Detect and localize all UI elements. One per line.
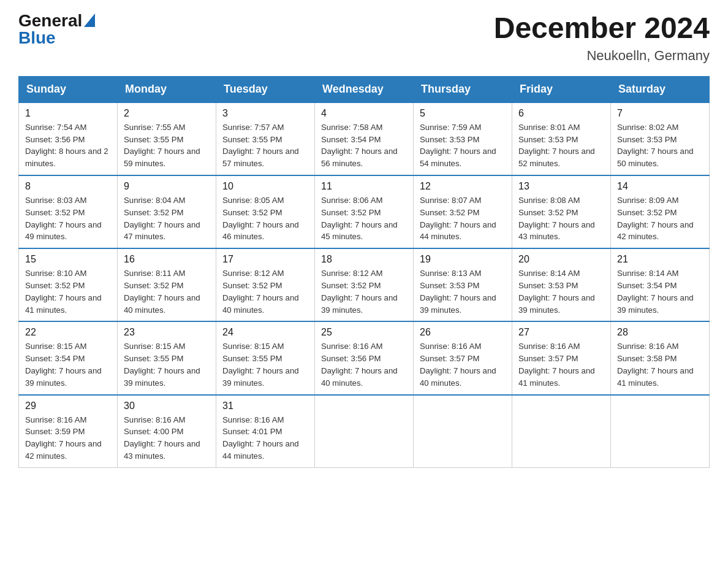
day-info: Sunrise: 8:16 AMSunset: 4:01 PMDaylight:… xyxy=(222,415,299,461)
day-info: Sunrise: 8:16 AMSunset: 3:59 PMDaylight:… xyxy=(25,415,102,461)
calendar-day-cell: 28 Sunrise: 8:16 AMSunset: 3:58 PMDaylig… xyxy=(611,321,710,394)
day-info: Sunrise: 7:54 AMSunset: 3:56 PMDaylight:… xyxy=(25,123,108,168)
day-number: 23 xyxy=(124,327,210,338)
day-info: Sunrise: 8:13 AMSunset: 3:53 PMDaylight:… xyxy=(420,269,496,314)
day-number: 4 xyxy=(321,108,407,119)
day-info: Sunrise: 8:06 AMSunset: 3:52 PMDaylight:… xyxy=(321,196,398,241)
calendar-week-row: 29 Sunrise: 8:16 AMSunset: 3:59 PMDaylig… xyxy=(19,395,710,468)
day-number: 24 xyxy=(222,327,308,338)
day-info: Sunrise: 8:15 AMSunset: 3:54 PMDaylight:… xyxy=(25,342,102,387)
weekday-header-row: SundayMondayTuesdayWednesdayThursdayFrid… xyxy=(19,76,710,102)
day-info: Sunrise: 8:14 AMSunset: 3:54 PMDaylight:… xyxy=(617,269,694,314)
calendar-day-cell: 10 Sunrise: 8:05 AMSunset: 3:52 PMDaylig… xyxy=(216,175,315,248)
calendar-body: 1 Sunrise: 7:54 AMSunset: 3:56 PMDayligh… xyxy=(19,102,710,467)
calendar-day-cell: 2 Sunrise: 7:55 AMSunset: 3:55 PMDayligh… xyxy=(118,102,216,175)
calendar-day-cell: 19 Sunrise: 8:13 AMSunset: 3:53 PMDaylig… xyxy=(414,248,512,321)
calendar-day-cell: 15 Sunrise: 8:10 AMSunset: 3:52 PMDaylig… xyxy=(19,248,118,321)
day-info: Sunrise: 8:16 AMSunset: 3:56 PMDaylight:… xyxy=(321,342,398,387)
day-number: 17 xyxy=(222,254,308,265)
day-number: 3 xyxy=(222,108,308,119)
calendar-day-cell: 27 Sunrise: 8:16 AMSunset: 3:57 PMDaylig… xyxy=(512,321,611,394)
logo-triangle-icon xyxy=(84,13,95,29)
day-info: Sunrise: 8:11 AMSunset: 3:52 PMDaylight:… xyxy=(124,269,200,314)
calendar-week-row: 22 Sunrise: 8:15 AMSunset: 3:54 PMDaylig… xyxy=(19,321,710,394)
day-info: Sunrise: 8:16 AMSunset: 3:58 PMDaylight:… xyxy=(617,342,694,387)
calendar-day-cell: 16 Sunrise: 8:11 AMSunset: 3:52 PMDaylig… xyxy=(118,248,216,321)
weekday-header-cell: Sunday xyxy=(19,76,118,102)
day-number: 7 xyxy=(617,108,703,119)
calendar-day-cell: 18 Sunrise: 8:12 AMSunset: 3:52 PMDaylig… xyxy=(315,248,414,321)
day-info: Sunrise: 8:02 AMSunset: 3:53 PMDaylight:… xyxy=(617,123,694,168)
calendar-day-cell: 6 Sunrise: 8:01 AMSunset: 3:53 PMDayligh… xyxy=(512,102,611,175)
calendar-day-cell: 9 Sunrise: 8:04 AMSunset: 3:52 PMDayligh… xyxy=(118,175,216,248)
day-info: Sunrise: 8:10 AMSunset: 3:52 PMDaylight:… xyxy=(25,269,102,314)
calendar-day-cell: 3 Sunrise: 7:57 AMSunset: 3:55 PMDayligh… xyxy=(216,102,315,175)
calendar-day-cell: 11 Sunrise: 8:06 AMSunset: 3:52 PMDaylig… xyxy=(315,175,414,248)
day-info: Sunrise: 8:01 AMSunset: 3:53 PMDaylight:… xyxy=(518,123,595,168)
calendar-day-cell: 29 Sunrise: 8:16 AMSunset: 3:59 PMDaylig… xyxy=(19,395,118,468)
day-number: 13 xyxy=(518,181,604,192)
day-info: Sunrise: 8:07 AMSunset: 3:52 PMDaylight:… xyxy=(420,196,496,241)
day-info: Sunrise: 7:59 AMSunset: 3:53 PMDaylight:… xyxy=(420,123,496,168)
day-number: 21 xyxy=(617,254,703,265)
svg-marker-0 xyxy=(84,13,95,27)
month-title: December 2024 xyxy=(494,12,710,45)
calendar-day-cell: 30 Sunrise: 8:16 AMSunset: 4:00 PMDaylig… xyxy=(118,395,216,468)
day-number: 10 xyxy=(222,181,308,192)
day-number: 6 xyxy=(518,108,604,119)
day-number: 5 xyxy=(420,108,506,119)
day-number: 29 xyxy=(25,400,111,412)
day-info: Sunrise: 8:15 AMSunset: 3:55 PMDaylight:… xyxy=(222,342,299,387)
title-section: December 2024 Neukoelln, Germany xyxy=(494,12,710,64)
day-number: 9 xyxy=(124,181,210,192)
day-number: 16 xyxy=(124,254,210,265)
day-number: 12 xyxy=(420,181,506,192)
location: Neukoelln, Germany xyxy=(494,48,710,64)
calendar-day-cell xyxy=(512,395,611,468)
calendar-day-cell: 1 Sunrise: 7:54 AMSunset: 3:56 PMDayligh… xyxy=(19,102,118,175)
logo: General Blue xyxy=(18,12,95,47)
calendar-day-cell: 23 Sunrise: 8:15 AMSunset: 3:55 PMDaylig… xyxy=(118,321,216,394)
day-info: Sunrise: 7:58 AMSunset: 3:54 PMDaylight:… xyxy=(321,123,398,168)
day-number: 20 xyxy=(518,254,604,265)
calendar-day-cell: 13 Sunrise: 8:08 AMSunset: 3:52 PMDaylig… xyxy=(512,175,611,248)
day-info: Sunrise: 8:08 AMSunset: 3:52 PMDaylight:… xyxy=(518,196,595,241)
calendar-table: SundayMondayTuesdayWednesdayThursdayFrid… xyxy=(18,76,710,468)
calendar-day-cell: 8 Sunrise: 8:03 AMSunset: 3:52 PMDayligh… xyxy=(19,175,118,248)
calendar-day-cell: 22 Sunrise: 8:15 AMSunset: 3:54 PMDaylig… xyxy=(19,321,118,394)
day-number: 27 xyxy=(518,327,604,338)
weekday-header-cell: Tuesday xyxy=(216,76,315,102)
weekday-header-cell: Friday xyxy=(512,76,611,102)
day-info: Sunrise: 8:09 AMSunset: 3:52 PMDaylight:… xyxy=(617,196,694,241)
calendar-day-cell: 31 Sunrise: 8:16 AMSunset: 4:01 PMDaylig… xyxy=(216,395,315,468)
day-info: Sunrise: 8:16 AMSunset: 4:00 PMDaylight:… xyxy=(124,415,200,461)
calendar-day-cell: 7 Sunrise: 8:02 AMSunset: 3:53 PMDayligh… xyxy=(611,102,710,175)
day-info: Sunrise: 8:03 AMSunset: 3:52 PMDaylight:… xyxy=(25,196,102,241)
calendar-week-row: 1 Sunrise: 7:54 AMSunset: 3:56 PMDayligh… xyxy=(19,102,710,175)
day-info: Sunrise: 8:15 AMSunset: 3:55 PMDaylight:… xyxy=(124,342,200,387)
day-number: 8 xyxy=(25,181,111,192)
day-number: 22 xyxy=(25,327,111,338)
calendar-day-cell: 26 Sunrise: 8:16 AMSunset: 3:57 PMDaylig… xyxy=(414,321,512,394)
calendar-day-cell: 17 Sunrise: 8:12 AMSunset: 3:52 PMDaylig… xyxy=(216,248,315,321)
day-number: 26 xyxy=(420,327,506,338)
calendar-day-cell xyxy=(414,395,512,468)
day-number: 31 xyxy=(222,400,308,412)
day-number: 19 xyxy=(420,254,506,265)
day-info: Sunrise: 8:16 AMSunset: 3:57 PMDaylight:… xyxy=(518,342,595,387)
logo-blue-text: Blue xyxy=(18,29,56,47)
day-info: Sunrise: 8:04 AMSunset: 3:52 PMDaylight:… xyxy=(124,196,200,241)
calendar-day-cell xyxy=(611,395,710,468)
calendar-day-cell: 25 Sunrise: 8:16 AMSunset: 3:56 PMDaylig… xyxy=(315,321,414,394)
calendar-week-row: 15 Sunrise: 8:10 AMSunset: 3:52 PMDaylig… xyxy=(19,248,710,321)
calendar-day-cell: 12 Sunrise: 8:07 AMSunset: 3:52 PMDaylig… xyxy=(414,175,512,248)
day-info: Sunrise: 8:12 AMSunset: 3:52 PMDaylight:… xyxy=(222,269,299,314)
weekday-header-cell: Monday xyxy=(118,76,216,102)
calendar-day-cell: 5 Sunrise: 7:59 AMSunset: 3:53 PMDayligh… xyxy=(414,102,512,175)
weekday-header-cell: Thursday xyxy=(414,76,512,102)
day-number: 2 xyxy=(124,108,210,119)
day-info: Sunrise: 8:05 AMSunset: 3:52 PMDaylight:… xyxy=(222,196,299,241)
day-number: 18 xyxy=(321,254,407,265)
day-number: 14 xyxy=(617,181,703,192)
page-header: General Blue December 2024 Neukoelln, Ge… xyxy=(18,12,710,64)
